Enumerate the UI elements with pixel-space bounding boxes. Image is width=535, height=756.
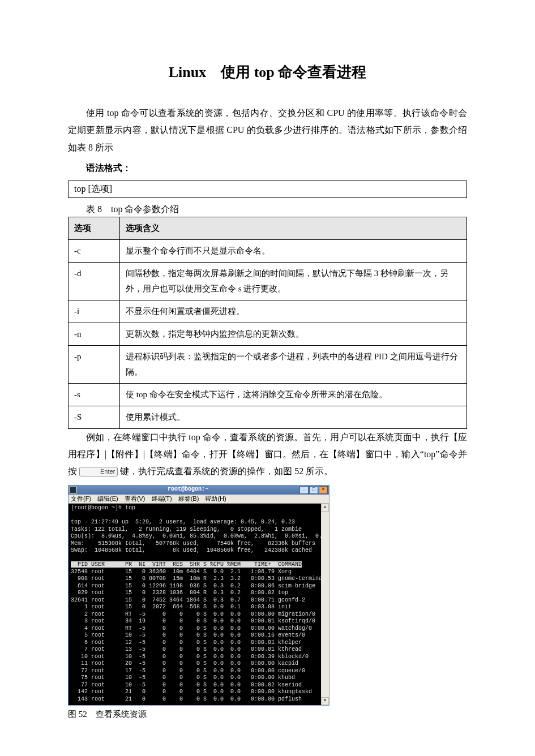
figure-caption: 图 52 查看系统资源: [68, 709, 467, 720]
top-summary-line: Cpu(s): 8.0%us, 4.8%sy, 0.0%ni, 85.3%id,…: [71, 533, 321, 539]
menu-item-edit[interactable]: 编辑(E): [97, 495, 118, 502]
terminal-body: [root@bogon ~]# top top - 21:27:49 up 5:…: [69, 504, 321, 705]
option-flag: -c: [69, 239, 120, 262]
table-row: -c 显示整个命令行而不只是显示命令名。: [69, 239, 467, 262]
menu-item-terminal[interactable]: 终端(T): [152, 495, 172, 502]
top-process-row: 6 root 12 -5 0 0 0 S 0.0 0.0 0:00.01 khe…: [71, 639, 302, 646]
top-process-row: 908 root 15 0 80708 15m 10m R 2.3 3.2 0:…: [71, 575, 321, 582]
top-process-row: 4 root RT -5 0 0 0 S 0.0 0.0 0:00.00 wat…: [71, 625, 312, 632]
menu-item-view[interactable]: 查看(V): [125, 495, 145, 502]
top-process-row: 11 root 20 -5 0 0 0 S 0.0 0.0 0:00.00 ka…: [71, 660, 298, 667]
enter-key-icon: Enter: [79, 467, 118, 476]
option-flag: -s: [69, 383, 120, 406]
terminal-icon: [70, 487, 76, 493]
scrollbar-down-button[interactable]: ▼: [321, 697, 329, 705]
terminal-title: root@bogon:~: [76, 486, 299, 493]
top-summary-line: Mem: 515308k total, 507768k used, 7540k …: [71, 540, 315, 547]
window-close-button[interactable]: ×: [319, 486, 328, 494]
scrollbar-track[interactable]: [321, 512, 329, 697]
menu-item-help[interactable]: 帮助(H): [205, 495, 226, 502]
top-process-row: 7 root 13 -5 0 0 0 S 0.0 0.0 0:00.01 kth…: [71, 646, 302, 652]
table-row: -S 使用累计模式。: [69, 406, 467, 428]
params-table: 选项 选项含义 -c 显示整个命令行而不只是显示命令名。 -d 间隔秒数，指定每…: [68, 217, 467, 429]
top-process-row: 32548 root 15 0 36360 10m 6404 S 9.0 2.1…: [71, 569, 292, 575]
top-process-row: 2 root RT -5 0 0 0 S 0.0 0.0 0:00.00 mig…: [71, 611, 315, 617]
option-flag: -p: [69, 345, 120, 383]
window-minimize-button[interactable]: _: [299, 486, 309, 494]
window-maximize-button[interactable]: □: [309, 486, 318, 494]
table-row: -s 使 top 命令在安全模式下运行，这将消除交互命令所带来的潜在危险。: [69, 383, 467, 406]
table-row: -d 间隔秒数，指定每两次屏幕刷新之间的时间间隔，默认情况下每隔 3 秒钟刷新一…: [69, 262, 467, 300]
option-desc: 使用累计模式。: [120, 406, 467, 428]
top-process-row: 5 root 10 -5 0 0 0 S 0.0 0.0 0:00.16 eve…: [71, 632, 305, 638]
table-row: -p 进程标识码列表：监视指定的一个或者多个进程，列表中的各进程 PID 之间用…: [69, 345, 467, 383]
top-process-row: 75 root 10 -5 0 0 0 S 0.0 0.0 0:00.00 kh…: [71, 675, 295, 681]
option-desc: 使 top 命令在安全模式下运行，这将消除交互命令所带来的潜在危险。: [120, 383, 467, 406]
top-process-row: 614 root 15 0 12296 1198 936 S 0.3 0.2 0…: [71, 583, 315, 589]
params-th-option: 选项: [69, 217, 120, 239]
syntax-label: 语法格式：: [68, 160, 467, 177]
table-row: -i 不显示任何闲置或者僵死进程。: [69, 300, 467, 323]
params-th-meaning: 选项含义: [120, 217, 467, 239]
table-row: -n 更新次数，指定每秒钟内监控信息的更新次数。: [69, 323, 467, 345]
top-process-row: 3 root 34 19 0 0 0 S 0.0 0.0 0:00.01 kso…: [71, 618, 315, 624]
terminal-scrollbar[interactable]: ▲ ▼: [321, 504, 329, 705]
example-paragraph: 例如，在终端窗口中执行 top 命令，查看系统的资源。首先，用户可以在系统页面中…: [68, 429, 467, 480]
scrollbar-up-button[interactable]: ▲: [321, 504, 329, 512]
top-process-row: 1 root 15 0 2072 664 568 S 0.0 0.1 0:03.…: [71, 604, 292, 610]
terminal-titlebar: root@bogon:~ _ □ ×: [69, 486, 329, 495]
option-desc: 更新次数，指定每秒钟内监控信息的更新次数。: [120, 323, 467, 345]
option-desc: 进程标识码列表：监视指定的一个或者多个进程，列表中的各进程 PID 之间用逗号进…: [120, 345, 467, 383]
menu-item-tabs[interactable]: 标签(B): [178, 495, 199, 502]
option-desc: 显示整个命令行而不只是显示命令名。: [120, 239, 467, 262]
option-flag: -n: [69, 323, 120, 345]
option-flag: -i: [69, 300, 120, 323]
example-text-post: 键，执行完成查看系统的资源的操作，如图 52 所示。: [118, 466, 333, 476]
option-desc: 间隔秒数，指定每两次屏幕刷新之间的时间间隔，默认情况下每隔 3 秒钟刷新一次，另…: [120, 262, 467, 300]
top-process-row: 142 root 21 0 0 0 0 S 0.0 0.0 0:00.00 kh…: [71, 689, 312, 695]
intro-paragraph: 使用 top 命令可以查看系统的资源，包括内存、交换分区和 CPU 的使用率等。…: [68, 105, 467, 156]
top-process-row: 72 root 17 -5 0 0 0 S 0.0 0.0 0:00.00 cq…: [71, 668, 305, 674]
syntax-box: top [选项]: [68, 181, 467, 198]
top-process-row: 143 root 21 0 0 0 0 S 0.0 0.0 0:00.00 pd…: [71, 696, 302, 702]
top-process-row: 32641 root 15 0 7452 3464 1864 S 0.3 0.7…: [71, 597, 305, 603]
top-process-row: 929 root 15 0 2328 1036 804 R 0.3 0.2 0:…: [71, 590, 288, 596]
option-desc: 不显示任何闲置或者僵死进程。: [120, 300, 467, 323]
terminal-prompt-line: [root@bogon ~]# top: [71, 505, 135, 511]
top-columns-header: PID USER PR NI VIRT RES SHR S %CPU %MEM …: [71, 561, 302, 568]
table-caption: 表 8 top 命令参数介绍: [68, 204, 467, 216]
option-flag: -d: [69, 262, 120, 300]
top-summary-line: Swap: 1048568k total, 8k used, 1048560k …: [71, 547, 312, 553]
syntax-text: top [选项]: [74, 184, 112, 194]
page-title: Linux 使用 top 命令查看进程: [68, 62, 467, 82]
top-summary-line: Tasks: 122 total, 2 running, 119 sleepin…: [71, 526, 302, 532]
menu-item-file[interactable]: 文件(F): [71, 495, 91, 502]
top-summary-line: top - 21:27:49 up 5:29, 2 users, load av…: [71, 519, 295, 525]
terminal-menubar: 文件(F) 编辑(E) 查看(V) 终端(T) 标签(B) 帮助(H): [69, 495, 329, 504]
top-process-row: 10 root 10 -5 0 0 0 S 0.0 0.0 0:00.39 kb…: [71, 654, 309, 660]
top-process-row: 77 root 10 -5 0 0 0 S 0.0 0.0 0:00.02 ks…: [71, 682, 302, 688]
option-flag: -S: [69, 406, 120, 428]
terminal-window: root@bogon:~ _ □ × 文件(F) 编辑(E) 查看(V) 终端(…: [68, 485, 329, 706]
